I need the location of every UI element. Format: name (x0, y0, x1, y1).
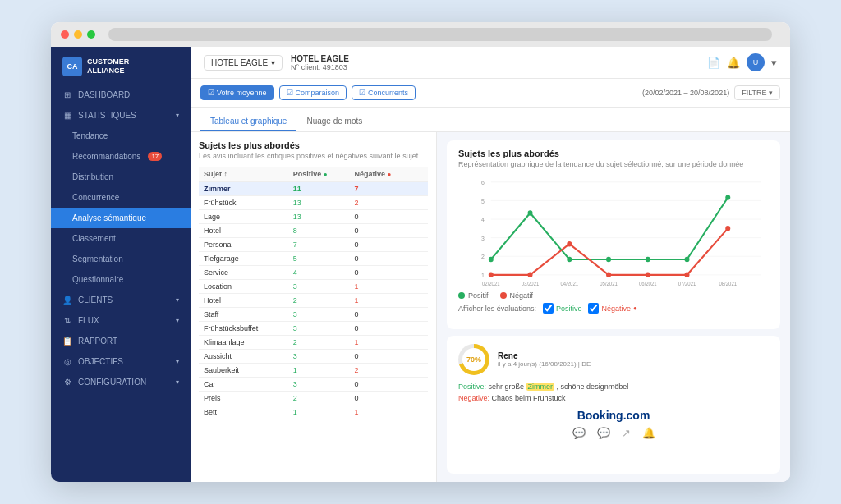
subject-cell: Bett (199, 405, 288, 419)
flag-icon[interactable]: 🔔 (642, 427, 655, 439)
filter-negative-checkbox[interactable] (588, 303, 599, 314)
table-row[interactable]: Car 3 0 (199, 378, 428, 392)
comment-icon[interactable]: 💬 (572, 427, 586, 439)
sidebar-item-statistiques[interactable]: ▦ STATISTIQUES ▾ (51, 105, 191, 126)
document-icon[interactable]: 📄 (707, 57, 720, 69)
table-row[interactable]: Lage 13 0 (199, 210, 428, 224)
chevron-down-icon[interactable]: ▾ (771, 57, 777, 69)
hotel-select[interactable]: HOTEL EAGLE ▾ (204, 55, 283, 71)
share-icon[interactable]: ↗ (622, 427, 631, 439)
negative-cell: 0 (349, 266, 414, 280)
sidebar-item-objectifs[interactable]: ◎ OBJECTIFS ▾ (51, 351, 191, 372)
review-header: 70% Rene il y a 4 jour(s) (16/08/2021) |… (458, 344, 769, 375)
filter-positive-label[interactable]: Positive (543, 303, 582, 314)
date-range: (20/02/2021 – 20/08/2021) (642, 89, 729, 97)
review-meta: Rene il y a 4 jour(s) (16/08/2021) | DE (498, 351, 591, 368)
sidebar-item-classement[interactable]: Classement (51, 228, 191, 249)
concurrents-button[interactable]: ☑ Concurrents (352, 85, 416, 100)
table-row[interactable]: Aussicht 3 0 (199, 350, 428, 364)
svg-text:4: 4 (481, 216, 485, 223)
filter-positive-checkbox[interactable] (543, 303, 554, 314)
col-negative: Négative ● (349, 167, 414, 182)
sidebar-item-questionnaire[interactable]: Questionnaire (51, 269, 191, 290)
table-row[interactable]: Service 4 0 (199, 266, 428, 280)
subject-cell: Car (199, 378, 288, 392)
votre-moyenne-button[interactable]: ☑ Votre moyenne (200, 85, 274, 100)
positive-cell: 5 (288, 252, 350, 266)
positive-cell: 2 (288, 392, 350, 405)
subject-cell: Hotel (199, 294, 288, 308)
svg-text:08/2021: 08/2021 (719, 281, 737, 286)
table-title: Sujets les plus abordés (199, 140, 428, 150)
positive-cell: 2 (288, 294, 350, 308)
negative-cell: 0 (349, 210, 414, 224)
table-row[interactable]: Frühstück 13 2 (199, 196, 428, 210)
positive-cell: 3 (288, 350, 350, 364)
tabs-row: Tableau et graphique Nuage de mots (191, 108, 790, 132)
table-row[interactable]: Staff 3 0 (199, 308, 428, 322)
tab-tableau[interactable]: Tableau et graphique (200, 112, 296, 131)
sidebar-item-flux[interactable]: ⇅ FLUX ▾ (51, 310, 191, 331)
table-row[interactable]: Frühstücksbuffet 3 0 (199, 322, 428, 336)
table-row[interactable]: Hotel 8 0 (199, 224, 428, 238)
sidebar-item-segmentation[interactable]: Segmentation (51, 249, 191, 269)
filter-negative-label[interactable]: Négative ● (588, 303, 636, 314)
comparaison-button[interactable]: ☑ Comparaison (279, 85, 347, 100)
subject-cell: Zimmer (199, 182, 288, 196)
close-dot[interactable] (61, 30, 69, 39)
sidebar-item-recommandations[interactable]: Recommandations 17 (51, 146, 191, 167)
table-row[interactable]: Location 3 1 (199, 280, 428, 294)
reply-icon[interactable]: 💬 (597, 427, 610, 439)
trend-cell (414, 224, 428, 238)
sidebar-item-dashboard[interactable]: ⊞ DASHBOARD (51, 85, 191, 105)
review-text: Positive: sehr große Zimmer , schöne des… (458, 382, 769, 404)
notification-icon[interactable]: 🔔 (727, 57, 740, 69)
score-value: 70% (462, 348, 485, 371)
minimize-dot[interactable] (74, 30, 82, 39)
table-row[interactable]: Zimmer 11 7 (199, 182, 428, 196)
sidebar-item-concurrence[interactable]: Concurrence (51, 187, 191, 208)
filter-bar: ☑ Votre moyenne ☑ Comparaison ☑ Concurre… (191, 79, 790, 108)
svg-text:04/2021: 04/2021 (561, 281, 579, 286)
table-row[interactable]: Preis 2 0 (199, 392, 428, 405)
sidebar-item-clients[interactable]: 👤 CLIENTS ▾ (51, 290, 191, 310)
table-row[interactable]: Bett 1 1 (199, 405, 428, 419)
positive-cell: 4 (288, 266, 350, 280)
tab-nuage[interactable]: Nuage de mots (296, 112, 372, 131)
svg-text:2: 2 (481, 253, 485, 260)
table-row[interactable]: Personal 7 0 (199, 238, 428, 252)
table-row[interactable]: Klimaanlage 2 1 (199, 336, 428, 350)
avatar[interactable]: U (747, 53, 765, 71)
trend-cell (414, 266, 428, 280)
table-row[interactable]: Sauberkeit 1 2 (199, 364, 428, 378)
sidebar-item-configuration[interactable]: ⚙ CONFIGURATION ▾ (51, 372, 191, 392)
sidebar-item-tendance[interactable]: Tendance (51, 126, 191, 146)
subject-cell: Personal (199, 238, 288, 252)
positive-cell: 3 (288, 322, 350, 336)
subject-cell: Frühstücksbuffet (199, 322, 288, 336)
svg-point-24 (685, 257, 690, 262)
svg-point-21 (567, 257, 572, 262)
sidebar-item-distribution[interactable]: Distribution (51, 167, 191, 187)
maximize-dot[interactable] (87, 30, 95, 39)
logo-text: CUSTOMERALLIANCE (87, 57, 129, 76)
svg-point-22 (606, 257, 611, 262)
negative-dot (500, 292, 507, 299)
negative-cell: 2 (349, 196, 414, 210)
svg-text:1: 1 (481, 272, 485, 279)
positive-cell: 8 (288, 224, 350, 238)
sidebar-item-analyse[interactable]: Analyse sémantique (51, 208, 191, 228)
svg-point-30 (646, 273, 650, 277)
filtre-button[interactable]: FILTRE ▾ (734, 85, 780, 100)
trend-cell (414, 350, 428, 364)
negative-cell: 1 (349, 336, 414, 350)
sidebar-item-rapport[interactable]: 📋 RAPPORT (51, 331, 191, 351)
negative-cell: 0 (349, 392, 414, 405)
table-row[interactable]: Hotel 2 1 (199, 294, 428, 308)
clients-icon: 👤 (62, 296, 72, 305)
negative-cell: 0 (349, 238, 414, 252)
chevron-down-icon: ▾ (271, 58, 275, 67)
negative-cell: 0 (349, 308, 414, 322)
table-row[interactable]: Tiefgarage 5 0 (199, 252, 428, 266)
negative-cell: 0 (349, 322, 414, 336)
